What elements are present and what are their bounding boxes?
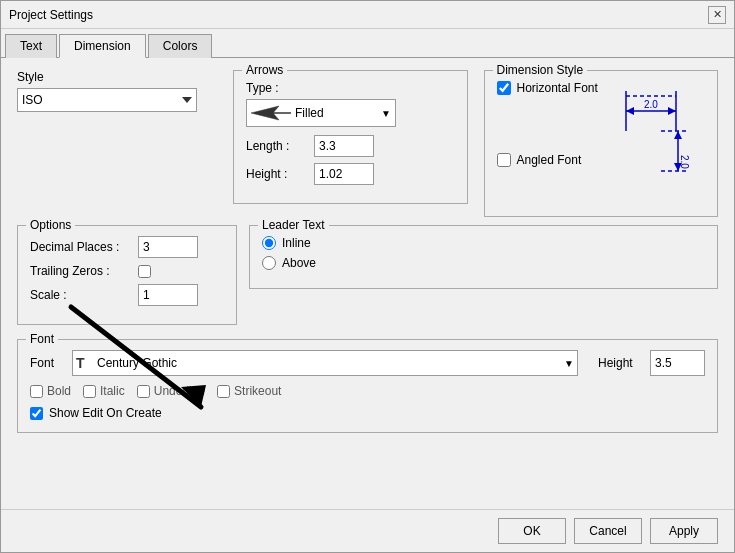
trailing-zeros-row: Trailing Zeros : <box>30 264 224 278</box>
font-label: Font <box>30 356 60 370</box>
tab-content: Style ISO Arrows Type : <box>1 58 734 509</box>
length-row: Length : <box>246 135 455 157</box>
decimal-places-input[interactable] <box>138 236 198 258</box>
underline-option: Underline <box>137 384 205 398</box>
italic-label: Italic <box>100 384 125 398</box>
italic-option: Italic <box>83 384 125 398</box>
bold-option: Bold <box>30 384 71 398</box>
leader-section: Leader Text Inline Above <box>249 225 718 335</box>
type-label: Type : <box>246 81 455 95</box>
scale-row: Scale : <box>30 284 224 306</box>
dialog-window: Project Settings ✕ Text Dimension Colors… <box>0 0 735 553</box>
middle-row: Options Decimal Places : Trailing Zeros … <box>17 225 718 335</box>
scale-input[interactable] <box>138 284 198 306</box>
tab-dimension[interactable]: Dimension <box>59 34 146 58</box>
inline-label: Inline <box>282 236 311 250</box>
bottom-bar: OK Cancel Apply <box>1 509 734 552</box>
horizontal-font-label: Horizontal Font <box>517 81 598 95</box>
title-bar: Project Settings ✕ <box>1 1 734 29</box>
tab-text[interactable]: Text <box>5 34 57 58</box>
close-button[interactable]: ✕ <box>708 6 726 24</box>
bold-checkbox[interactable] <box>30 385 43 398</box>
angled-font-label: Angled Font <box>517 153 582 167</box>
dim-style-title: Dimension Style <box>493 63 588 77</box>
bold-label: Bold <box>47 384 71 398</box>
style-select[interactable]: ISO <box>17 88 197 112</box>
arrows-section: Arrows Type : Filled ▼ <box>233 70 468 217</box>
strikeout-label: Strikeout <box>234 384 281 398</box>
arrows-group: Arrows Type : Filled ▼ <box>233 70 468 204</box>
show-edit-checkbox[interactable] <box>30 407 43 420</box>
height-input[interactable] <box>314 163 374 185</box>
dimension-diagram: 2.0 2.0 <box>606 81 696 191</box>
above-label: Above <box>282 256 316 270</box>
dim-style-checkboxes: Horizontal Font Angled Font <box>497 81 598 175</box>
italic-checkbox[interactable] <box>83 385 96 398</box>
ok-button[interactable]: OK <box>498 518 566 544</box>
decimal-places-row: Decimal Places : <box>30 236 224 258</box>
dim-spacer <box>497 103 598 153</box>
decimal-places-label: Decimal Places : <box>30 240 130 254</box>
height-row: Height : <box>246 163 455 185</box>
svg-marker-7 <box>668 107 676 115</box>
arrows-group-title: Arrows <box>242 63 287 77</box>
cancel-button[interactable]: Cancel <box>574 518 642 544</box>
strikeout-option: Strikeout <box>217 384 281 398</box>
length-input[interactable] <box>314 135 374 157</box>
svg-text:2.0: 2.0 <box>679 155 690 169</box>
font-group: Font Font T Century Gothic ▼ Height Bold <box>17 339 718 433</box>
style-label: Style <box>17 70 217 84</box>
leader-title: Leader Text <box>258 218 329 232</box>
font-style-row: Bold Italic Underline Strikeout <box>30 384 705 398</box>
svg-marker-6 <box>626 107 634 115</box>
above-radio[interactable] <box>262 256 276 270</box>
height-label: Height <box>598 356 638 370</box>
font-select-wrapper: T Century Gothic ▼ <box>72 350 578 376</box>
dim-style-content: Horizontal Font Angled Font <box>497 81 706 194</box>
svg-marker-12 <box>674 131 682 139</box>
angled-font-row: Angled Font <box>497 153 598 167</box>
font-height-input[interactable] <box>650 350 705 376</box>
inline-row: Inline <box>262 236 705 250</box>
horizontal-font-row: Horizontal Font <box>497 81 598 95</box>
tab-colors[interactable]: Colors <box>148 34 213 58</box>
options-group: Options Decimal Places : Trailing Zeros … <box>17 225 237 325</box>
underline-checkbox[interactable] <box>137 385 150 398</box>
apply-button[interactable]: Apply <box>650 518 718 544</box>
trailing-zeros-checkbox[interactable] <box>138 265 151 278</box>
style-section: Style ISO <box>17 70 217 217</box>
svg-text:2.0: 2.0 <box>644 99 658 110</box>
font-name-row: Font T Century Gothic ▼ Height <box>30 350 705 376</box>
inline-radio[interactable] <box>262 236 276 250</box>
filled-arrow-icon <box>251 104 291 122</box>
options-section: Options Decimal Places : Trailing Zeros … <box>17 225 237 335</box>
title-bar-text: Project Settings <box>9 8 93 22</box>
trailing-zeros-label: Trailing Zeros : <box>30 264 130 278</box>
options-title: Options <box>26 218 75 232</box>
dim-style-group: Dimension Style Horizontal Font Angled F… <box>484 70 719 217</box>
angled-font-checkbox[interactable] <box>497 153 511 167</box>
font-group-title: Font <box>26 332 58 346</box>
horizontal-font-checkbox[interactable] <box>497 81 511 95</box>
font-select[interactable]: Century Gothic <box>72 350 578 376</box>
scale-label: Scale : <box>30 288 130 302</box>
dim-visual: 2.0 2.0 <box>606 81 696 194</box>
top-row: Style ISO Arrows Type : <box>17 70 718 217</box>
height-label: Height : <box>246 167 306 181</box>
close-icon: ✕ <box>713 8 722 21</box>
length-label: Length : <box>246 139 306 153</box>
arrow-type-label: Filled <box>295 106 324 120</box>
leader-group: Leader Text Inline Above <box>249 225 718 289</box>
show-edit-label: Show Edit On Create <box>49 406 162 420</box>
strikeout-checkbox[interactable] <box>217 385 230 398</box>
dim-style-section: Dimension Style Horizontal Font Angled F… <box>484 70 719 217</box>
underline-label: Underline <box>154 384 205 398</box>
tab-bar: Text Dimension Colors <box>1 29 734 58</box>
arrow-type-dropdown[interactable]: Filled ▼ <box>246 99 396 127</box>
show-edit-row: Show Edit On Create <box>30 406 705 420</box>
above-row: Above <box>262 256 705 270</box>
arrow-dropdown-icon: ▼ <box>381 108 391 119</box>
